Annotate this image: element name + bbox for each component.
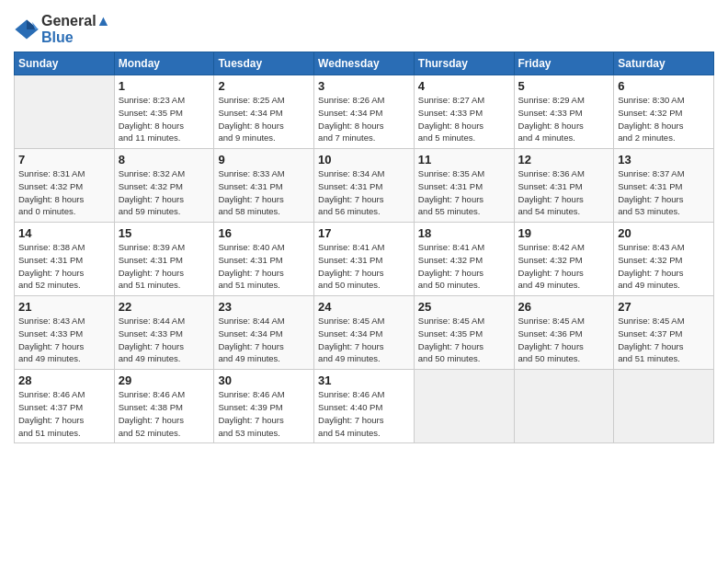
calendar-cell xyxy=(614,370,714,443)
day-number: 10 xyxy=(318,153,410,167)
day-info: Sunrise: 8:34 AM Sunset: 4:31 PM Dayligh… xyxy=(318,167,410,218)
day-number: 3 xyxy=(318,79,410,93)
day-info: Sunrise: 8:41 AM Sunset: 4:32 PM Dayligh… xyxy=(418,241,510,292)
day-number: 28 xyxy=(18,373,110,387)
calendar-cell: 24Sunrise: 8:45 AM Sunset: 4:34 PM Dayli… xyxy=(314,296,415,370)
day-number: 16 xyxy=(218,226,310,240)
calendar-cell: 26Sunrise: 8:45 AM Sunset: 4:36 PM Dayli… xyxy=(514,296,614,370)
day-number: 1 xyxy=(119,79,210,93)
calendar-cell: 27Sunrise: 8:45 AM Sunset: 4:37 PM Dayli… xyxy=(614,296,714,370)
weekday-header-thursday: Thursday xyxy=(414,52,514,75)
day-number: 14 xyxy=(18,226,110,240)
calendar-cell: 19Sunrise: 8:42 AM Sunset: 4:32 PM Dayli… xyxy=(514,223,614,296)
day-number: 20 xyxy=(618,226,710,240)
day-info: Sunrise: 8:39 AM Sunset: 4:31 PM Dayligh… xyxy=(119,241,210,292)
day-info: Sunrise: 8:46 AM Sunset: 4:37 PM Dayligh… xyxy=(18,388,110,439)
day-info: Sunrise: 8:40 AM Sunset: 4:31 PM Dayligh… xyxy=(218,241,310,292)
day-number: 17 xyxy=(318,226,410,240)
day-number: 18 xyxy=(418,226,510,240)
day-number: 11 xyxy=(418,153,510,167)
calendar-cell: 4Sunrise: 8:27 AM Sunset: 4:33 PM Daylig… xyxy=(414,75,514,149)
weekday-header-friday: Friday xyxy=(514,52,614,75)
day-number: 4 xyxy=(418,79,510,93)
header: General▲ Blue xyxy=(14,9,714,46)
calendar-cell: 7Sunrise: 8:31 AM Sunset: 4:32 PM Daylig… xyxy=(15,149,115,223)
day-info: Sunrise: 8:46 AM Sunset: 4:40 PM Dayligh… xyxy=(318,388,410,439)
day-number: 22 xyxy=(119,300,210,314)
day-info: Sunrise: 8:43 AM Sunset: 4:32 PM Dayligh… xyxy=(618,241,710,292)
calendar-cell: 31Sunrise: 8:46 AM Sunset: 4:40 PM Dayli… xyxy=(314,370,415,443)
calendar-cell: 5Sunrise: 8:29 AM Sunset: 4:33 PM Daylig… xyxy=(514,75,614,149)
calendar-cell: 30Sunrise: 8:46 AM Sunset: 4:39 PM Dayli… xyxy=(214,370,314,443)
calendar-cell: 10Sunrise: 8:34 AM Sunset: 4:31 PM Dayli… xyxy=(314,149,415,223)
day-number: 2 xyxy=(218,79,310,93)
day-info: Sunrise: 8:42 AM Sunset: 4:32 PM Dayligh… xyxy=(518,241,610,292)
day-number: 8 xyxy=(119,153,210,167)
day-info: Sunrise: 8:29 AM Sunset: 4:33 PM Dayligh… xyxy=(518,94,610,144)
calendar-header-row: SundayMondayTuesdayWednesdayThursdayFrid… xyxy=(15,52,714,75)
day-info: Sunrise: 8:30 AM Sunset: 4:32 PM Dayligh… xyxy=(618,94,710,144)
calendar-week-row: 1Sunrise: 8:23 AM Sunset: 4:35 PM Daylig… xyxy=(15,75,714,149)
calendar-cell: 8Sunrise: 8:32 AM Sunset: 4:32 PM Daylig… xyxy=(114,149,214,223)
calendar-cell: 23Sunrise: 8:44 AM Sunset: 4:34 PM Dayli… xyxy=(214,296,314,370)
day-number: 7 xyxy=(18,153,110,167)
calendar-cell: 20Sunrise: 8:43 AM Sunset: 4:32 PM Dayli… xyxy=(614,223,714,296)
day-info: Sunrise: 8:32 AM Sunset: 4:32 PM Dayligh… xyxy=(119,167,210,218)
day-info: Sunrise: 8:26 AM Sunset: 4:34 PM Dayligh… xyxy=(318,94,410,144)
weekday-header-monday: Monday xyxy=(114,52,214,75)
day-number: 5 xyxy=(518,79,610,93)
day-info: Sunrise: 8:36 AM Sunset: 4:31 PM Dayligh… xyxy=(518,167,610,218)
calendar-cell: 6Sunrise: 8:30 AM Sunset: 4:32 PM Daylig… xyxy=(614,75,714,149)
logo: General▲ Blue xyxy=(14,13,110,46)
day-info: Sunrise: 8:41 AM Sunset: 4:31 PM Dayligh… xyxy=(318,241,410,292)
logo-text: General▲ Blue xyxy=(41,13,110,46)
calendar-cell: 11Sunrise: 8:35 AM Sunset: 4:31 PM Dayli… xyxy=(414,149,514,223)
day-info: Sunrise: 8:45 AM Sunset: 4:35 PM Dayligh… xyxy=(418,315,510,365)
day-number: 13 xyxy=(618,153,710,167)
day-number: 25 xyxy=(418,300,510,314)
day-info: Sunrise: 8:33 AM Sunset: 4:31 PM Dayligh… xyxy=(218,167,310,218)
calendar-cell: 12Sunrise: 8:36 AM Sunset: 4:31 PM Dayli… xyxy=(514,149,614,223)
day-info: Sunrise: 8:38 AM Sunset: 4:31 PM Dayligh… xyxy=(18,241,110,292)
day-info: Sunrise: 8:35 AM Sunset: 4:31 PM Dayligh… xyxy=(418,167,510,218)
calendar-cell: 9Sunrise: 8:33 AM Sunset: 4:31 PM Daylig… xyxy=(214,149,314,223)
calendar-cell: 3Sunrise: 8:26 AM Sunset: 4:34 PM Daylig… xyxy=(314,75,415,149)
calendar-week-row: 7Sunrise: 8:31 AM Sunset: 4:32 PM Daylig… xyxy=(15,149,714,223)
day-number: 27 xyxy=(618,300,710,314)
day-info: Sunrise: 8:46 AM Sunset: 4:39 PM Dayligh… xyxy=(218,388,310,439)
weekday-header-saturday: Saturday xyxy=(614,52,714,75)
calendar-cell: 28Sunrise: 8:46 AM Sunset: 4:37 PM Dayli… xyxy=(15,370,115,443)
calendar-cell: 14Sunrise: 8:38 AM Sunset: 4:31 PM Dayli… xyxy=(15,223,115,296)
day-info: Sunrise: 8:44 AM Sunset: 4:33 PM Dayligh… xyxy=(119,315,210,365)
day-number: 29 xyxy=(119,373,210,387)
weekday-header-wednesday: Wednesday xyxy=(314,52,415,75)
day-info: Sunrise: 8:23 AM Sunset: 4:35 PM Dayligh… xyxy=(119,94,210,144)
calendar-cell: 25Sunrise: 8:45 AM Sunset: 4:35 PM Dayli… xyxy=(414,296,514,370)
day-info: Sunrise: 8:31 AM Sunset: 4:32 PM Dayligh… xyxy=(18,167,110,218)
calendar-cell: 18Sunrise: 8:41 AM Sunset: 4:32 PM Dayli… xyxy=(414,223,514,296)
page-container: General▲ Blue SundayMondayTuesdayWednesd… xyxy=(0,0,728,453)
calendar-table: SundayMondayTuesdayWednesdayThursdayFrid… xyxy=(14,52,714,443)
calendar-cell: 2Sunrise: 8:25 AM Sunset: 4:34 PM Daylig… xyxy=(214,75,314,149)
calendar-cell xyxy=(15,75,115,149)
logo-icon xyxy=(14,17,40,42)
day-number: 21 xyxy=(18,300,110,314)
calendar-cell: 17Sunrise: 8:41 AM Sunset: 4:31 PM Dayli… xyxy=(314,223,415,296)
day-info: Sunrise: 8:44 AM Sunset: 4:34 PM Dayligh… xyxy=(218,315,310,365)
day-info: Sunrise: 8:27 AM Sunset: 4:33 PM Dayligh… xyxy=(418,94,510,144)
calendar-week-row: 14Sunrise: 8:38 AM Sunset: 4:31 PM Dayli… xyxy=(15,223,714,296)
calendar-cell: 22Sunrise: 8:44 AM Sunset: 4:33 PM Dayli… xyxy=(114,296,214,370)
day-info: Sunrise: 8:43 AM Sunset: 4:33 PM Dayligh… xyxy=(18,315,110,365)
weekday-header-sunday: Sunday xyxy=(15,52,115,75)
calendar-cell: 16Sunrise: 8:40 AM Sunset: 4:31 PM Dayli… xyxy=(214,223,314,296)
calendar-cell: 1Sunrise: 8:23 AM Sunset: 4:35 PM Daylig… xyxy=(114,75,214,149)
day-number: 24 xyxy=(318,300,410,314)
day-number: 23 xyxy=(218,300,310,314)
day-number: 26 xyxy=(518,300,610,314)
calendar-cell: 21Sunrise: 8:43 AM Sunset: 4:33 PM Dayli… xyxy=(15,296,115,370)
day-number: 19 xyxy=(518,226,610,240)
calendar-cell xyxy=(414,370,514,443)
day-info: Sunrise: 8:45 AM Sunset: 4:36 PM Dayligh… xyxy=(518,315,610,365)
calendar-cell: 29Sunrise: 8:46 AM Sunset: 4:38 PM Dayli… xyxy=(114,370,214,443)
calendar-cell: 15Sunrise: 8:39 AM Sunset: 4:31 PM Dayli… xyxy=(114,223,214,296)
